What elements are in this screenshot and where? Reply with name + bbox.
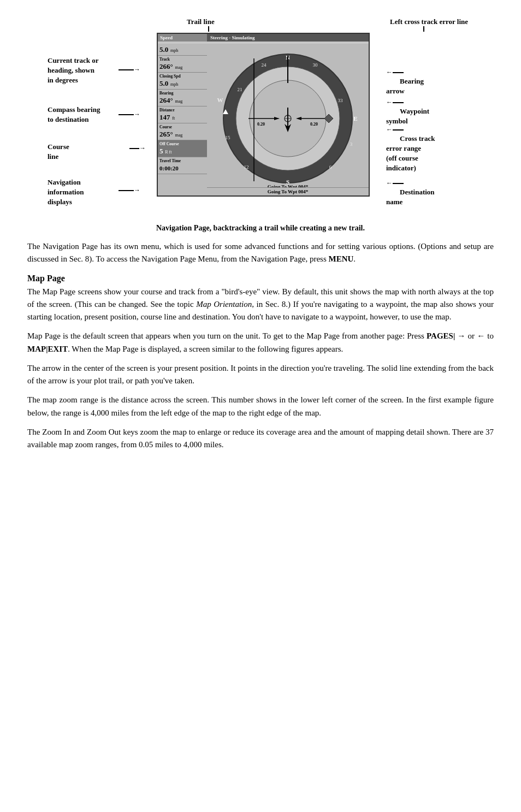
trail-line-label: Trail line <box>187 17 215 26</box>
body-para-6: The Zoom In and Zoom Out keys zoom the m… <box>27 426 494 452</box>
annotation-bearing-arrow: ← Bearingarrow <box>386 68 473 96</box>
data-row-bearing: Bearing 264° mag <box>158 90 207 106</box>
body-para-3: Map Page is the default screen that appe… <box>27 330 494 355</box>
svg-text:3: 3 <box>350 141 353 147</box>
body-para-4: The arrow in the center of the screen is… <box>27 362 494 388</box>
svg-text:30: 30 <box>313 62 318 68</box>
annotation-course-line: Courseline → <box>48 142 146 162</box>
svg-text:15: 15 <box>226 135 231 140</box>
annotation-nav-info: Navigationinformationdisplays → <box>48 177 140 207</box>
data-row-off-course: Off Course 5 R ft <box>158 140 207 157</box>
annotation-cross-track-error: ← Cross trackerror range(off courseindic… <box>386 126 473 173</box>
svg-text:24: 24 <box>262 62 267 68</box>
left-cross-track-label: Left cross track error line <box>390 17 468 26</box>
gps-screen: Speed Steering - Simulating 5.0 mph Trac… <box>157 33 370 197</box>
diagram-wrapper: Trail line Left cross track error line S… <box>48 16 473 218</box>
data-row-travel-time: Travel Time 0:00:20 <box>158 157 207 174</box>
gps-destination: Going To Wpt 004* <box>207 187 369 195</box>
map-page-heading: Map Page <box>27 274 494 283</box>
data-row-distance: Distance 147 ft <box>158 106 207 123</box>
svg-text:W: W <box>217 97 223 103</box>
data-row-closing-spd: Closing Spd 5.0 mph <box>158 73 207 90</box>
diagram-caption: Navigation Page, backtracking a trail wh… <box>27 224 494 233</box>
svg-text:21: 21 <box>238 87 242 92</box>
diagram-container: Trail line Left cross track error line S… <box>27 16 494 218</box>
gps-header-mode: Steering - Simulating <box>207 34 258 42</box>
svg-text:0.20: 0.20 <box>310 122 318 127</box>
annotation-waypoint-symbol: ← Waypointsymbol <box>386 98 473 126</box>
data-row-speed: 5.0 mph <box>158 44 207 56</box>
svg-text:E: E <box>353 115 357 122</box>
gps-compass-area: N S E W 24 30 21 <box>207 44 369 195</box>
svg-text:33: 33 <box>338 98 344 103</box>
gps-data-panel: 5.0 mph Track 266° mag Closing Spd 5.0 m… <box>158 44 207 195</box>
body-para-2: The Map Page screens show your course an… <box>27 286 494 324</box>
gps-header: Speed Steering - Simulating <box>158 34 369 42</box>
data-row-track: Track 266° mag <box>158 56 207 73</box>
body-para-5: The map zoom range is the distance acros… <box>27 394 494 419</box>
annotation-compass-bearing: Compass bearingto destination → <box>48 105 140 125</box>
data-row-course: Course 265° mag <box>158 123 207 140</box>
compass-svg: N S E W 24 30 21 <box>211 48 364 192</box>
body-para-1: The Navigation Page has its own menu, wh… <box>27 240 494 266</box>
page-content: Trail line Left cross track error line S… <box>27 16 494 451</box>
gps-header-speed-label: Speed <box>158 34 207 42</box>
annotation-destination-name: ← Destinationname <box>386 179 473 207</box>
svg-text:0.20: 0.20 <box>257 122 265 127</box>
annotation-current-track: Current track orheading, shownin degrees… <box>48 56 140 85</box>
svg-text:12: 12 <box>244 164 249 170</box>
svg-text:6: 6 <box>329 164 332 170</box>
